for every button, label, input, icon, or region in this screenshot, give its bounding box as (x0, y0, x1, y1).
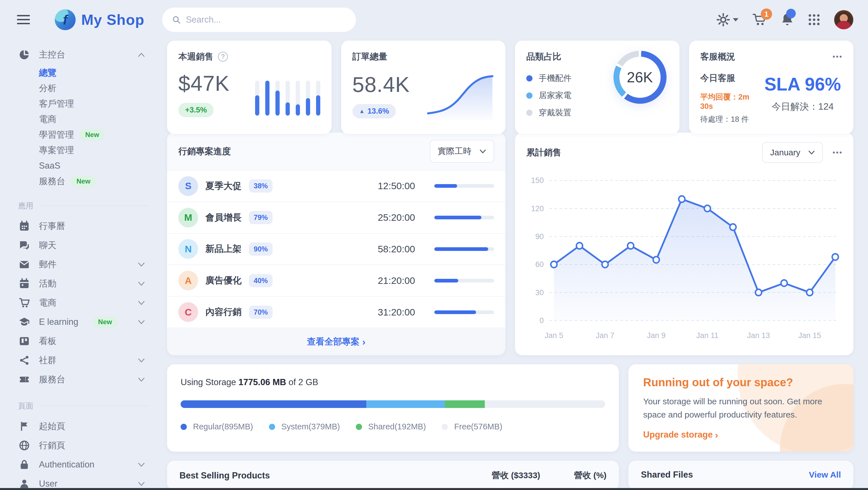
project-row[interactable]: S夏季大促38%12:50:00 (167, 170, 505, 202)
search-bar[interactable] (162, 7, 356, 32)
notification-dot (786, 9, 796, 18)
sidebar-item-event[interactable]: 活動 (18, 274, 150, 293)
cart-icon (18, 297, 30, 308)
sidebar-subitem[interactable]: 總覽 (39, 65, 150, 80)
support-sla: SLA 96% (763, 74, 842, 95)
support-title: 客服概況 (701, 51, 735, 63)
svg-text:30: 30 (535, 288, 544, 297)
project-row[interactable]: N新品上架90%58:20:00 (167, 234, 505, 265)
help-icon[interactable]: ? (218, 52, 228, 62)
svg-text:Jan 5: Jan 5 (545, 331, 563, 340)
new-badge: New (80, 129, 105, 141)
svg-text:90: 90 (535, 232, 544, 241)
sidebar-item-user[interactable]: User (18, 474, 150, 490)
sidebar-item-lock[interactable]: Authentication (18, 455, 150, 474)
project-progress-bar (434, 216, 494, 219)
shared-files-title: Shared Files (641, 470, 809, 480)
sidebar-item-calendar[interactable]: 行事曆 (18, 217, 150, 236)
month-select[interactable]: January (762, 142, 823, 163)
sidebar-subitem-label: 電商 (39, 113, 56, 125)
sidebar-subitem[interactable]: SaaS (39, 158, 150, 173)
sidebar-item-label: 活動 (39, 278, 56, 290)
svg-text:Jan 11: Jan 11 (696, 331, 718, 340)
project-row[interactable]: M會員增長79%25:20:00 (167, 202, 505, 234)
banner-body: Your storage will be running out soon. G… (643, 395, 839, 421)
sidebar-item-label: 電商 (39, 297, 56, 309)
storage-card: Using Storage 1775.06 MB of 2 GB Regular… (167, 364, 619, 452)
calendar-icon (18, 221, 30, 232)
project-percent-badge: 38% (249, 179, 273, 193)
sidebar-subitem[interactable]: 電商 (39, 111, 150, 127)
project-row[interactable]: C內容行銷70%31:20:00 (167, 297, 505, 328)
arrow-up-icon: ▲ (359, 108, 365, 115)
sidebar-item-share[interactable]: 社群 (18, 351, 150, 370)
sidebar-item-mail[interactable]: 郵件 (18, 255, 150, 274)
project-progress-bar (434, 247, 494, 251)
storage-segment-regular (181, 400, 366, 408)
projects-title: 行銷專案進度 (178, 145, 231, 157)
topbar: f My Shop 1 (0, 0, 868, 39)
orders-trend-chart (426, 71, 494, 120)
weekly-sales-title: 本週銷售 (178, 51, 213, 63)
pie-icon (18, 49, 30, 60)
project-row[interactable]: A廣告優化40%21:20:00 (167, 265, 505, 297)
storage-usage-text: Using Storage 1775.06 MB of 2 GB (181, 377, 605, 387)
legend-item: Shared(192MB) (356, 422, 426, 431)
brand-name: My Shop (81, 11, 145, 28)
bar (316, 80, 320, 116)
upgrade-storage-link[interactable]: Upgrade storage› (643, 430, 839, 440)
legend-item: Free(576MB) (442, 422, 502, 431)
sidebar-item-globe[interactable]: 行銷頁 (18, 436, 150, 455)
display-settings-button[interactable] (716, 13, 739, 27)
svg-text:120: 120 (531, 204, 544, 213)
weekly-sales-bars (255, 80, 320, 116)
sidebar-subitem[interactable]: 服務台New (39, 173, 150, 189)
sidebar-item-kanban[interactable]: 看板 (18, 332, 150, 351)
projects-card: 行銷專案進度 實際工時 S夏季大促38%12:50:00M會員增長79%25:2… (167, 132, 505, 355)
project-time: 25:20:00 (366, 212, 415, 223)
apps-grid-button[interactable] (808, 13, 820, 26)
storage-total-value: 2 GB (298, 377, 318, 387)
bar (275, 80, 280, 116)
stats-row: 本週銷售 ? $47K +3.5% 訂單總量 58.4K (167, 41, 853, 124)
chevron-down-icon (138, 462, 145, 467)
kanban-icon (18, 335, 30, 347)
menu-toggle-button[interactable] (17, 15, 30, 25)
middle-row: 行銷專案進度 實際工時 S夏季大促38%12:50:00M會員增長79%25:2… (167, 132, 853, 355)
sidebar-subitem[interactable]: 學習管理New (39, 127, 150, 142)
view-all-projects-link[interactable]: 查看全部專案› (167, 328, 505, 355)
bar (265, 80, 270, 116)
sidebar-subitem-label: SaaS (39, 161, 60, 171)
chevron-down-icon (138, 482, 145, 486)
storage-segment-shared (445, 400, 485, 408)
notifications-button[interactable] (780, 13, 794, 27)
view-all-link[interactable]: View All (809, 470, 841, 480)
more-options-icon[interactable] (832, 55, 842, 58)
sidebar-subitem[interactable]: 專案管理 (39, 142, 150, 158)
sidebar-subitem[interactable]: 客戶管理 (39, 96, 150, 111)
cart-button[interactable]: 1 (752, 13, 767, 27)
shared-files-card: Shared Files View All (628, 461, 853, 490)
sidebar-item-label: User (39, 479, 57, 489)
storage-segment-system (366, 400, 445, 408)
more-options-icon[interactable] (832, 151, 842, 154)
donut-center-value: 26K (627, 69, 653, 86)
grad-icon (18, 316, 30, 328)
sidebar-item-pie[interactable]: 主控台 (18, 45, 150, 64)
sidebar-item-ticket[interactable]: 服務台 (18, 370, 150, 389)
category-title: 品類占比 (526, 51, 561, 63)
sidebar-item-grad[interactable]: E learningNew (18, 313, 150, 332)
sidebar-item-chat[interactable]: 聊天 (18, 236, 150, 255)
hours-filter-select[interactable]: 實際工時 (430, 140, 494, 163)
sidebar-item-flag[interactable]: 起始頁 (18, 417, 150, 436)
search-input[interactable] (186, 15, 346, 25)
project-avatar: S (178, 176, 198, 196)
support-avg-reply: 平均回覆：2m 30s (701, 92, 763, 111)
sidebar-item-cart[interactable]: 電商 (18, 293, 150, 313)
project-name: 廣告優化 (206, 274, 242, 287)
sidebar-subitem[interactable]: 分析 (39, 80, 150, 96)
bar (296, 80, 300, 116)
sidebar-item-label: 行銷頁 (39, 439, 65, 451)
user-avatar[interactable] (834, 10, 853, 29)
brand-logo[interactable]: f My Shop (55, 9, 145, 30)
